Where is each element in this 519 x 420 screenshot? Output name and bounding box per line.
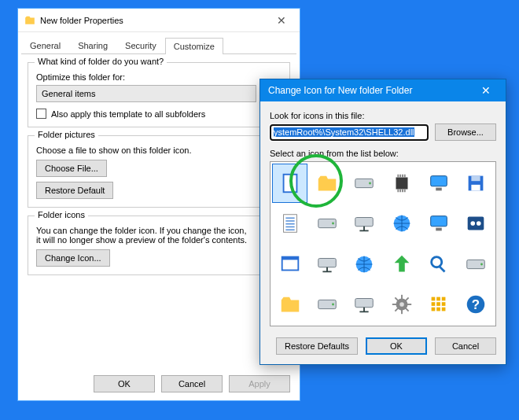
svg-rect-59: [432, 308, 436, 311]
select-icon-label: Select an icon from the list below:: [270, 149, 496, 158]
icon-option-magnifier[interactable]: [421, 245, 456, 284]
tab-sharing[interactable]: Sharing: [69, 37, 116, 53]
apply-button[interactable]: Apply: [229, 375, 290, 392]
svg-point-36: [432, 256, 442, 267]
close-icon[interactable]: ✕: [474, 84, 498, 97]
optimize-label: Optimize this folder for:: [36, 72, 282, 82]
svg-rect-22: [285, 230, 294, 230]
svg-rect-5: [397, 189, 399, 192]
svg-rect-52: [394, 297, 398, 301]
change-icon-button[interactable]: Change Icon...: [36, 249, 110, 267]
icon-option-floppy[interactable]: [458, 164, 494, 203]
group-legend: Folder pictures: [35, 130, 98, 139]
icon-option-help[interactable]: ?: [458, 286, 494, 325]
restore-defaults-button[interactable]: Restore Defaults: [276, 337, 358, 355]
icon-option-monitor[interactable]: [421, 164, 456, 203]
svg-rect-15: [472, 175, 480, 181]
svg-rect-42: [355, 299, 374, 308]
svg-rect-25: [355, 218, 374, 227]
icon-option-gear[interactable]: [384, 286, 419, 325]
svg-rect-61: [442, 308, 446, 311]
svg-rect-57: [436, 302, 440, 306]
icon-option-display-net[interactable]: [421, 204, 456, 244]
properties-window: New folder Properties ✕ General Sharing …: [17, 8, 300, 401]
svg-rect-8: [402, 175, 403, 178]
svg-rect-7: [399, 189, 401, 192]
svg-point-31: [477, 221, 481, 226]
svg-rect-48: [405, 308, 409, 311]
icon-option-hard-drive[interactable]: [309, 204, 344, 244]
svg-rect-49: [401, 310, 403, 315]
dialog-title: Change Icon for New folder Folder: [268, 85, 474, 96]
svg-rect-53: [432, 297, 436, 301]
svg-rect-27: [431, 216, 447, 227]
apply-subfolders-checkbox[interactable]: Also apply this template to all subfolde…: [36, 109, 282, 119]
svg-point-41: [332, 304, 334, 306]
icon-option-media-drive[interactable]: [458, 245, 494, 284]
icon-option-text-doc[interactable]: [272, 204, 307, 244]
tabs: General Sharing Security Customize: [21, 37, 296, 54]
svg-rect-3: [396, 177, 407, 189]
svg-rect-16: [472, 185, 480, 191]
svg-rect-10: [403, 175, 405, 178]
checkbox-icon: [36, 109, 46, 119]
restore-default-button[interactable]: Restore Default: [36, 182, 113, 199]
svg-rect-50: [394, 308, 398, 311]
svg-point-39: [480, 263, 483, 265]
choose-file-button[interactable]: Choose File...: [36, 160, 107, 177]
svg-rect-55: [442, 297, 446, 301]
svg-rect-56: [432, 302, 436, 306]
close-icon[interactable]: ✕: [270, 14, 293, 27]
cancel-button[interactable]: Cancel: [161, 375, 223, 392]
icon-option-net-drive[interactable]: [347, 204, 382, 244]
svg-rect-4: [397, 175, 399, 178]
svg-rect-28: [436, 228, 442, 231]
svg-rect-21: [285, 227, 294, 227]
icon-option-blank-doc[interactable]: [272, 164, 307, 203]
icon-option-globe[interactable]: [384, 204, 419, 244]
optimize-select[interactable]: General items: [36, 85, 256, 102]
svg-rect-0: [283, 175, 296, 193]
icon-option-net-globe[interactable]: [347, 245, 382, 284]
svg-rect-54: [436, 297, 440, 301]
ok-button[interactable]: OK: [94, 375, 155, 392]
dialog-titlebar[interactable]: Change Icon for New folder Folder ✕: [260, 79, 506, 101]
tab-general[interactable]: General: [21, 37, 69, 53]
svg-rect-12: [431, 175, 447, 186]
icon-option-folder-open[interactable]: [272, 286, 307, 325]
svg-rect-9: [402, 189, 403, 192]
svg-rect-20: [285, 223, 294, 224]
properties-footer: OK Cancel Apply: [94, 375, 290, 392]
icon-option-control-panel[interactable]: [458, 204, 494, 244]
tab-security[interactable]: Security: [116, 37, 165, 53]
change-icon-dialog: Change Icon for New folder Folder ✕ Look…: [260, 79, 506, 365]
icon-option-folder[interactable]: [309, 164, 344, 203]
icon-option-chip[interactable]: [384, 164, 419, 203]
svg-rect-60: [436, 308, 440, 311]
svg-rect-34: [318, 258, 337, 267]
group-folder-icons: Folder icons You can change the folder i…: [28, 216, 290, 275]
folder-icon: [24, 15, 35, 26]
browse-button[interactable]: Browse...: [435, 123, 496, 141]
icon-option-net-computer[interactable]: [347, 286, 382, 325]
group-legend: What kind of folder do you want?: [35, 57, 167, 66]
cancel-button[interactable]: Cancel: [435, 337, 496, 355]
svg-rect-46: [405, 297, 409, 301]
icon-option-drive[interactable]: [309, 286, 344, 325]
tab-customize[interactable]: Customize: [165, 38, 223, 54]
group-folder-pictures: Folder pictures Choose a file to show on…: [28, 135, 290, 208]
icon-option-green-arrow[interactable]: [384, 245, 419, 284]
svg-rect-51: [392, 304, 396, 305]
properties-titlebar[interactable]: New folder Properties ✕: [18, 9, 300, 32]
icon-option-net-folder[interactable]: [309, 245, 344, 284]
icon-option-window[interactable]: [272, 245, 307, 284]
choose-file-label: Choose a file to show on this folder ico…: [36, 146, 282, 155]
icon-list[interactable]: ?: [270, 161, 496, 326]
svg-point-30: [471, 221, 476, 226]
group-folder-kind: What kind of folder do you want? Optimiz…: [28, 62, 290, 127]
icon-path-input[interactable]: [270, 124, 429, 141]
svg-point-2: [369, 182, 371, 184]
ok-button[interactable]: OK: [366, 337, 427, 355]
icon-option-disk-drive[interactable]: [347, 164, 382, 203]
icon-option-grid[interactable]: [421, 286, 456, 325]
